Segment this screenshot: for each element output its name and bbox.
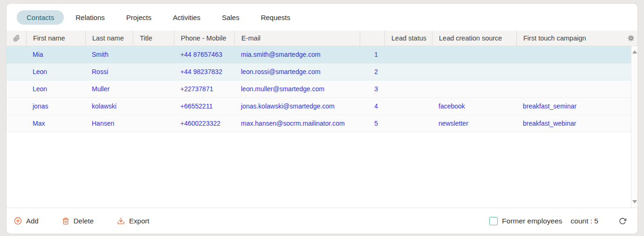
tab-contacts[interactable]: Contacts (17, 10, 64, 25)
table-row[interactable]: Leon Muller +22737871 leon.muller@smarte… (7, 81, 631, 98)
cell-attachment (7, 63, 26, 80)
column-header-attachment[interactable] (7, 31, 26, 46)
tab-sales[interactable]: Sales (212, 10, 249, 25)
cell-first-name: Leon (26, 63, 85, 80)
cell-title (133, 115, 174, 132)
tab-activities[interactable]: Activities (163, 10, 210, 25)
add-button-label: Add (26, 217, 39, 225)
gear-icon (628, 35, 634, 41)
cell-title (133, 46, 174, 63)
cell-first-name: Max (26, 115, 85, 132)
cell-title (133, 63, 174, 80)
tab-bar: Contacts Relations Projects Activities S… (7, 4, 637, 31)
former-employees-checkbox[interactable] (489, 217, 498, 225)
trash-icon (62, 217, 69, 225)
cell-attachment (7, 81, 26, 97)
cell-last-name: Rossi (85, 63, 133, 80)
tab-projects[interactable]: Projects (116, 10, 161, 25)
table-row[interactable]: Mia Smith +44 87657463 mia.smith@smarted… (7, 46, 631, 63)
cell-phone: +44 98237832 (174, 63, 234, 80)
former-employees-toggle[interactable]: Former employees (489, 217, 562, 225)
former-employees-label: Former employees (502, 217, 562, 225)
record-count: count : 5 (571, 217, 598, 225)
cell-lead-status (384, 81, 432, 97)
cell-index: 4 (360, 98, 384, 115)
column-header-email[interactable]: E-mail (234, 31, 360, 46)
cell-campaign: breakfast_seminar (516, 98, 631, 115)
cell-lead-source (432, 46, 516, 63)
cell-email: max.hansen@socrm.mailinator.com (234, 115, 360, 132)
cell-attachment (7, 98, 26, 115)
table-body: Mia Smith +44 87657463 mia.smith@smarted… (7, 46, 637, 208)
cell-last-name: Smith (85, 46, 133, 63)
cell-first-name: Leon (26, 81, 85, 97)
cell-email: leon.muller@smartedge.com (234, 81, 360, 97)
table-row[interactable]: Leon Rossi +44 98237832 leon.rossi@smart… (7, 63, 631, 81)
cell-phone: +66552211 (174, 98, 234, 115)
cell-first-name: jonas (26, 98, 85, 115)
cell-index: 2 (360, 63, 384, 80)
cell-index: 5 (360, 115, 384, 132)
column-settings-button[interactable] (624, 31, 637, 46)
delete-button[interactable]: Delete (62, 217, 94, 225)
plus-circle-icon (14, 217, 22, 225)
add-button[interactable]: Add (14, 217, 39, 225)
empty-rows-area (7, 132, 631, 208)
paperclip-icon (13, 35, 20, 42)
cell-index: 3 (360, 81, 384, 97)
cell-attachment (7, 46, 26, 63)
column-header-title[interactable]: Title (133, 31, 174, 46)
table-row[interactable]: Max Hansen +4600223322 max.hansen@socrm.… (7, 115, 631, 132)
cell-title (133, 98, 174, 115)
export-button[interactable]: Export (117, 217, 149, 225)
cell-phone: +44 87657463 (174, 46, 234, 63)
column-header-campaign[interactable]: First touch campaign (516, 31, 624, 46)
scroll-down-button[interactable] (632, 200, 637, 203)
column-header-lead-source[interactable]: Lead creation source (432, 31, 516, 46)
cell-lead-source (432, 63, 516, 80)
bottom-toolbar: Add Delete Export Former employees count… (7, 208, 637, 234)
cell-title (133, 81, 174, 97)
refresh-button[interactable] (619, 217, 626, 225)
cell-email: jonas.kolawski@smartedge.com (234, 98, 360, 115)
contacts-panel: Contacts Relations Projects Activities S… (7, 4, 637, 234)
cell-lead-source: facebook (432, 98, 516, 115)
cell-first-name: Mia (26, 46, 85, 63)
column-header-index[interactable] (360, 31, 384, 46)
refresh-icon (619, 217, 626, 225)
export-button-label: Export (129, 217, 149, 225)
cell-last-name: kolawski (85, 98, 133, 115)
column-header-lead-status[interactable]: Lead status (384, 31, 432, 46)
cell-lead-status (384, 115, 432, 132)
cell-lead-source (432, 81, 516, 97)
cell-lead-status (384, 46, 432, 63)
cell-campaign (516, 81, 631, 97)
cell-phone: +4600223322 (174, 115, 234, 132)
cell-attachment (7, 115, 26, 132)
scroll-up-button[interactable] (632, 50, 637, 54)
cell-email: mia.smith@smartedge.com (234, 46, 360, 63)
cell-campaign: breakfast_webinar (516, 115, 631, 132)
delete-button-label: Delete (74, 217, 94, 225)
table-header: First name Last name Title Phone - Mobil… (7, 31, 637, 46)
cell-phone: +22737871 (174, 81, 234, 97)
cell-campaign (516, 46, 631, 63)
tab-requests[interactable]: Requests (251, 10, 300, 25)
tab-relations[interactable]: Relations (66, 10, 115, 25)
cell-last-name: Hansen (85, 115, 133, 132)
cell-lead-status (384, 63, 432, 80)
column-header-last-name[interactable]: Last name (85, 31, 133, 46)
download-icon (117, 217, 125, 225)
cell-lead-source: newsletter (432, 115, 516, 132)
cell-index: 1 (360, 46, 384, 63)
vertical-scrollbar[interactable] (631, 46, 637, 208)
table-row[interactable]: jonas kolawski +66552211 jonas.kolawski@… (7, 98, 631, 115)
column-header-first-name[interactable]: First name (26, 31, 85, 46)
cell-last-name: Muller (85, 81, 133, 97)
cell-email: leon.rossi@smartedge.com (234, 63, 360, 80)
cell-lead-status (384, 98, 432, 115)
cell-campaign (516, 63, 631, 80)
column-header-phone[interactable]: Phone - Mobile (174, 31, 234, 46)
